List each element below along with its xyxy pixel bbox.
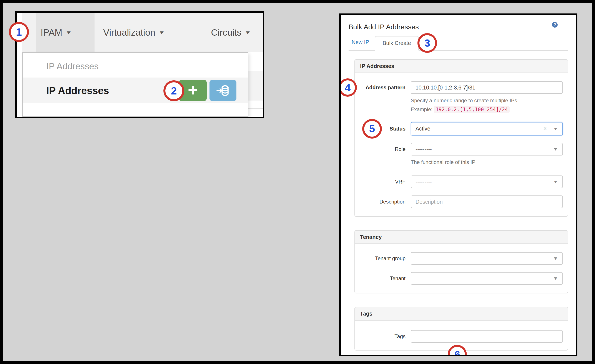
role-select[interactable]: --------- ▼ <box>411 143 563 155</box>
example-code: 192.0.2.[1,5,100-254]/24 <box>434 106 510 113</box>
nav-item-ipam-label: IPAM <box>41 27 62 38</box>
top-nav-bar: IPAM ▼ Virtualization ▼ Circuits ▼ <box>22 13 263 52</box>
address-pattern-help: Specify a numeric range to create multip… <box>411 97 559 113</box>
role-help: The functional role of this IP <box>411 159 559 166</box>
chevron-down-icon: ▼ <box>553 276 558 281</box>
chevron-down-icon: ▼ <box>65 30 72 35</box>
tags-value: --------- <box>416 333 432 340</box>
description-input[interactable] <box>411 196 563 208</box>
chevron-down-icon: ▼ <box>553 147 558 152</box>
dropdown-item-label: IP Addresses <box>46 85 109 96</box>
annotation-number: 4 <box>345 82 351 94</box>
vrf-value: --------- <box>416 179 432 185</box>
plus-icon: + <box>188 81 198 98</box>
section-header: Tenancy <box>355 231 568 244</box>
field-row-description: Description <box>355 196 559 208</box>
tenant-value: --------- <box>416 275 432 282</box>
nav-item-virtualization-label: Virtualization <box>103 27 155 38</box>
field-row-role: Role --------- ▼ <box>355 143 559 155</box>
section-tenancy: Tenancy Tenant group --------- ▼ Tenant <box>354 230 568 294</box>
annotation-number: 1 <box>16 26 22 38</box>
section-ip-addresses: IP Addresses 4 Address pattern Specify a… <box>354 59 568 217</box>
vrf-label: VRF <box>355 179 405 185</box>
vrf-select[interactable]: --------- ▼ <box>411 175 563 188</box>
section-tags: Tags Tags --------- <box>354 307 568 350</box>
tags-label: Tags <box>355 333 405 339</box>
tenant-group-select[interactable]: --------- ▼ <box>411 252 563 265</box>
annotation-number: 3 <box>425 37 430 49</box>
dropdown-item-ip-addresses[interactable]: IP Addresses + <box>23 77 248 103</box>
nav-item-virtualization[interactable]: Virtualization ▼ <box>103 13 164 52</box>
annotation-number: 5 <box>369 123 375 135</box>
tags-input[interactable]: --------- <box>411 330 563 343</box>
image-frame: IPAM ▼ Virtualization ▼ Circuits ▼ IP Ad… <box>0 0 595 364</box>
section-header: IP Addresses <box>355 60 568 73</box>
field-row-tenant: Tenant --------- ▼ <box>355 272 559 285</box>
help-icon[interactable]: ? <box>552 22 558 28</box>
tenant-label: Tenant <box>355 275 405 281</box>
field-row-vrf: VRF --------- ▼ <box>355 175 559 188</box>
field-row-status: 5 Status Active × ▼ <box>355 122 559 135</box>
annotation-step-1: 1 <box>9 22 29 42</box>
role-label: Role <box>355 146 405 152</box>
tab-bulk-create[interactable]: Bulk Create <box>375 36 419 51</box>
field-row-tenant-group: Tenant group --------- ▼ <box>355 252 559 265</box>
form-tabs: New IP Bulk Create 3 <box>348 35 568 51</box>
field-row-address-pattern: 4 Address pattern <box>355 81 559 94</box>
database-import-icon <box>216 84 230 97</box>
tenant-group-value: --------- <box>416 255 432 262</box>
annotation-number: 6 <box>454 349 460 355</box>
status-value: Active <box>416 126 430 132</box>
annotation-step-2: 2 <box>163 80 184 101</box>
tenant-select[interactable]: --------- ▼ <box>411 272 563 285</box>
address-pattern-label: Address pattern <box>355 84 405 91</box>
clear-selection-icon[interactable]: × <box>543 125 547 132</box>
chevron-down-icon: ▼ <box>244 30 251 35</box>
address-pattern-input[interactable] <box>411 81 563 94</box>
role-value: --------- <box>416 146 432 152</box>
annotation-step-5: 5 <box>362 119 382 139</box>
example-label: Example: <box>411 106 432 112</box>
chevron-down-icon: ▼ <box>553 126 558 131</box>
ipam-dropdown-menu: IP Addresses IP Addresses + <box>22 52 248 117</box>
annotation-step-4: 4 <box>341 78 357 97</box>
chevron-down-icon: ▼ <box>158 30 165 35</box>
dropdown-divider <box>23 113 248 113</box>
page-behind-dropdown <box>248 53 263 117</box>
status-select[interactable]: Active × ▼ <box>411 122 563 135</box>
tenant-group-label: Tenant group <box>355 255 405 261</box>
annotation-step-3: 3 <box>418 33 437 53</box>
bulk-add-form-panel: Bulk Add IP Addresses ? New IP Bulk Crea… <box>339 14 577 356</box>
import-ip-button[interactable] <box>210 80 236 101</box>
nav-item-circuits-label: Circuits <box>211 27 241 38</box>
chevron-down-icon: ▼ <box>553 179 558 184</box>
page-title: Bulk Add IP Addresses <box>348 23 419 31</box>
annotation-number: 2 <box>171 85 177 97</box>
description-label: Description <box>355 199 405 205</box>
section-header: Tags <box>355 307 568 321</box>
nav-item-ipam[interactable]: IPAM ▼ <box>41 13 71 52</box>
nav-item-circuits[interactable]: Circuits ▼ <box>211 13 250 52</box>
chevron-down-icon: ▼ <box>553 256 558 261</box>
field-row-tags: Tags --------- <box>355 330 559 343</box>
tab-new-ip[interactable]: New IP <box>348 39 375 50</box>
nav-screenshot-panel: IPAM ▼ Virtualization ▼ Circuits ▼ IP Ad… <box>15 11 264 118</box>
dropdown-section-header: IP Addresses <box>46 57 99 75</box>
